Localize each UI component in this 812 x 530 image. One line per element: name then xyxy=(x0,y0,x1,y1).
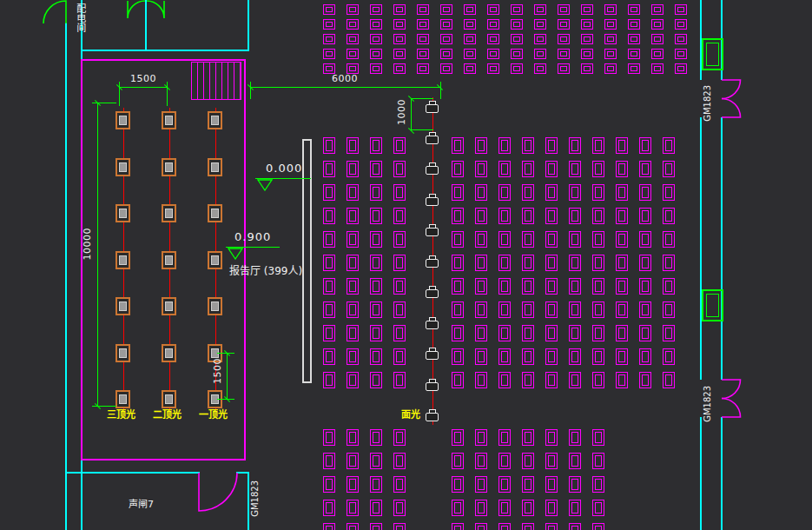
face-light-icon xyxy=(426,348,439,360)
seat xyxy=(370,453,382,469)
seat xyxy=(498,301,511,318)
dim-text-1000: 1000 xyxy=(397,99,408,125)
dim-ext xyxy=(167,82,168,106)
seat xyxy=(475,500,487,516)
seat xyxy=(475,429,487,446)
seat xyxy=(628,49,640,59)
face-light-icon xyxy=(426,317,439,329)
seat xyxy=(592,231,604,248)
dim-ext xyxy=(92,103,116,103)
seat xyxy=(663,372,675,388)
dim-line-10000 xyxy=(97,103,98,407)
seat xyxy=(452,500,464,516)
seat xyxy=(522,500,534,516)
seat xyxy=(511,34,523,44)
seat xyxy=(569,476,581,493)
elevation-hall-floor: 0.000 xyxy=(266,162,302,176)
seat xyxy=(616,231,628,248)
seat xyxy=(370,500,382,516)
seat xyxy=(347,476,359,493)
label-top-light-1: 一顶光 xyxy=(199,410,228,421)
seat xyxy=(498,476,511,493)
seat xyxy=(592,523,604,530)
double-door-right-top xyxy=(721,78,761,119)
seat xyxy=(592,255,604,271)
seat xyxy=(452,231,464,248)
door-arc-soundlock xyxy=(198,472,240,513)
seat xyxy=(545,255,558,271)
seat xyxy=(393,429,406,446)
seat xyxy=(323,278,335,295)
seat xyxy=(498,161,511,177)
label-top-light-2: 二顶光 xyxy=(153,410,182,421)
seat xyxy=(639,278,651,295)
seat xyxy=(347,278,359,295)
seat xyxy=(452,184,464,201)
seat xyxy=(616,208,628,224)
dim-ext xyxy=(411,98,433,99)
seat xyxy=(347,301,359,318)
seat xyxy=(417,19,429,30)
seat xyxy=(498,500,511,516)
seat xyxy=(592,161,604,177)
seat xyxy=(440,19,452,30)
seat xyxy=(522,325,534,341)
seat xyxy=(545,523,558,530)
seat xyxy=(487,34,499,44)
seat xyxy=(464,63,476,74)
dim-line-6000 xyxy=(250,87,440,88)
seat xyxy=(569,137,581,154)
seat xyxy=(545,348,558,365)
seat xyxy=(393,231,406,248)
seat xyxy=(452,137,464,154)
seat xyxy=(581,34,593,44)
dim-ext xyxy=(119,82,120,106)
seat xyxy=(545,231,558,248)
seat xyxy=(370,137,382,154)
seat xyxy=(639,137,651,154)
dim-ext xyxy=(92,406,116,407)
seat xyxy=(393,63,406,74)
seat xyxy=(522,523,534,530)
seat xyxy=(616,301,628,318)
seat xyxy=(639,348,651,365)
face-light-icon xyxy=(426,286,439,298)
dim-ext xyxy=(250,82,251,99)
seat xyxy=(440,34,452,44)
seat xyxy=(569,208,581,224)
seat xyxy=(393,500,406,516)
seat xyxy=(534,19,546,30)
seat xyxy=(347,161,359,177)
seat xyxy=(522,161,534,177)
seat xyxy=(347,429,359,446)
seat xyxy=(323,429,335,446)
seat xyxy=(487,63,499,74)
seat xyxy=(616,372,628,388)
seat xyxy=(592,453,604,469)
label-sound-lock: 声闸7 xyxy=(129,500,154,511)
wall-left-outer xyxy=(65,23,67,530)
seat xyxy=(663,161,675,177)
seat xyxy=(370,255,382,271)
seat xyxy=(651,63,663,74)
seat xyxy=(569,523,581,530)
seat xyxy=(370,325,382,341)
seat xyxy=(323,372,335,388)
label-door-right-top: GM1823 xyxy=(703,85,713,122)
seat xyxy=(393,161,406,177)
seat xyxy=(452,301,464,318)
seat xyxy=(498,325,511,341)
seat xyxy=(370,19,382,30)
seat xyxy=(663,137,675,154)
seat xyxy=(639,208,651,224)
seat xyxy=(628,19,640,30)
seat xyxy=(452,348,464,365)
face-light-icon xyxy=(426,101,439,113)
seat xyxy=(475,523,487,530)
seat xyxy=(347,523,359,530)
seat xyxy=(323,301,335,318)
seat xyxy=(393,184,406,201)
seat xyxy=(511,19,523,30)
seat xyxy=(347,325,359,341)
seat xyxy=(569,453,581,469)
